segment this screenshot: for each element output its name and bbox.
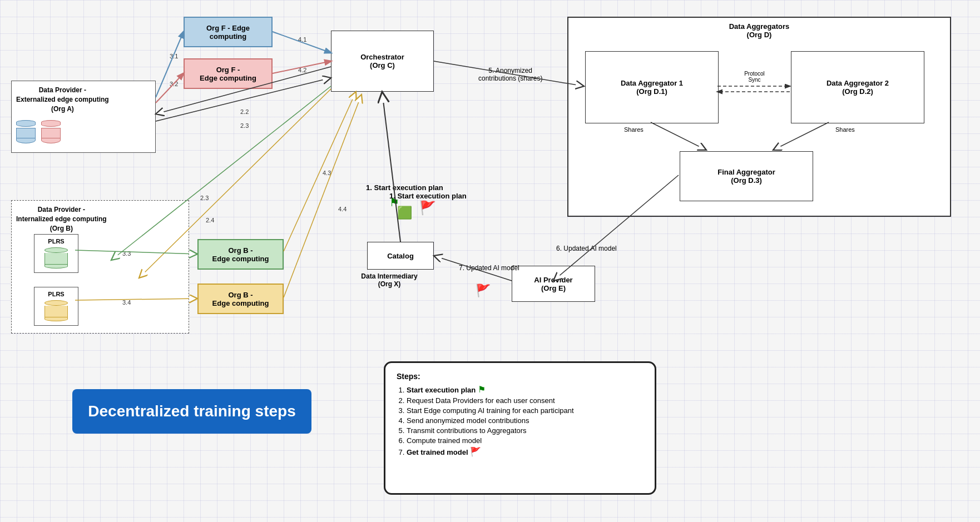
- org-f-pink-box: Org F -Edge computing: [184, 58, 273, 89]
- legend-step-3: Start Edge computing AI training for eac…: [407, 406, 644, 415]
- ai-provider-box: AI Provider(Org E): [512, 266, 595, 302]
- svg-line-8: [284, 92, 356, 251]
- legend-step-5: Transmit contributions to Aggregators: [407, 426, 644, 435]
- steps-legend-list: Start execution plan ⚑ Request Data Prov…: [407, 384, 644, 457]
- data-provider-b-label: Data Provider -Internalized edge computi…: [16, 205, 107, 233]
- db-icons: [16, 120, 61, 145]
- legend-step-6: Compute trained model: [407, 436, 644, 445]
- catalog-label: Catalog: [387, 252, 414, 260]
- anonymized-contrib-label: 5. Anonymizedcontributions (shares): [478, 67, 542, 82]
- data-intermediary-label: Data Intermediary(Org X): [339, 272, 439, 288]
- shares-right-label: Shares: [835, 126, 855, 133]
- label-4-1: 4.1: [298, 36, 306, 43]
- org-b-green-label: Org B -Edge computing: [212, 246, 269, 263]
- red-flag-intermediary: 🚩: [476, 284, 491, 298]
- svg-line-9: [284, 95, 362, 297]
- org-f-blue-box: Org F - Edge computing: [184, 17, 273, 47]
- label-4-4: 4.4: [338, 206, 347, 212]
- steps-legend-box: Steps: Start execution plan ⚑ Request Da…: [384, 361, 656, 495]
- org-b-orange-label: Org B -Edge computing: [212, 291, 269, 307]
- label-3-2: 3.2: [170, 81, 178, 87]
- svg-line-1: [156, 73, 184, 103]
- final-aggregator-label: Final Aggregator(Org D.3): [717, 168, 775, 185]
- steps-legend-title: Steps:: [397, 372, 644, 381]
- data-provider-b-box: Data Provider -Internalized edge computi…: [11, 200, 189, 334]
- db-stack-2: [41, 120, 61, 145]
- label-3-1: 3.1: [170, 53, 178, 59]
- legend-step-7: Get trained model 🚩: [407, 446, 644, 457]
- updated-ai-model-label: 6. Updated AI model: [556, 245, 617, 252]
- data-aggregators-title: Data Aggregators(Org D): [568, 18, 950, 43]
- label-4-2: 4.2: [298, 67, 306, 73]
- data-aggregators-outer: Data Aggregators(Org D) Data Aggregator …: [567, 17, 951, 217]
- plrs-green-label: PLRS: [48, 238, 64, 245]
- start-plan-area: 1. Start execution plan: [366, 183, 443, 192]
- green-flag-main: 🟩: [397, 206, 412, 220]
- plrs-green-icon: [37, 247, 76, 269]
- label-2-3-lower: 2.3: [200, 195, 209, 201]
- shares-left-label: Shares: [624, 126, 644, 133]
- org-f-pink-label: Org F -Edge computing: [200, 66, 256, 82]
- orchestrator-box: Orchestrator(Org C): [331, 31, 434, 92]
- label-2-3-upper: 2.3: [240, 122, 249, 129]
- plrs-green-box: PLRS: [34, 234, 78, 273]
- svg-line-0: [156, 32, 184, 97]
- org-b-orange-box: Org B -Edge computing: [197, 284, 284, 314]
- final-aggregator-box: Final Aggregator(Org D.3): [680, 151, 813, 201]
- legend-step-1: Start execution plan ⚑: [407, 384, 644, 395]
- da2-label: Data Aggregator 2(Org D.2): [826, 79, 889, 96]
- ai-provider-label: AI Provider(Org E): [534, 276, 572, 292]
- label-3-3: 3.3: [122, 250, 131, 257]
- training-steps-text: Decentralized training steps: [88, 402, 295, 420]
- legend-step-4: Send anonymized model contributions: [407, 416, 644, 425]
- da1-label: Data Aggregator 1(Org D.1): [621, 79, 683, 96]
- label-3-4: 3.4: [122, 299, 131, 306]
- da2-box: Data Aggregator 2(Org D.2): [791, 51, 924, 123]
- db-stack: [16, 120, 36, 145]
- training-steps-box: Decentralized training steps: [72, 389, 311, 434]
- green-flag-start: ⚑: [389, 196, 399, 209]
- plrs-orange-box: PLRS: [34, 287, 78, 326]
- da1-box: Data Aggregator 1(Org D.1): [585, 51, 719, 123]
- org-b-green-box: Org B -Edge computing: [197, 239, 284, 270]
- plrs-orange-icon: [37, 300, 76, 321]
- legend-step-2: Request Data Providers for each user con…: [407, 396, 644, 405]
- protocol-sync-label: ProtocolSync: [720, 71, 789, 83]
- label-2-2: 2.2: [240, 108, 249, 115]
- label-2-4: 2.4: [206, 217, 214, 223]
- diagram-container: Org F - Edge computing Org F -Edge compu…: [0, 0, 980, 522]
- catalog-box: Catalog: [367, 242, 434, 270]
- org-f-blue-label: Org F - Edge computing: [188, 24, 268, 41]
- updated-ai-model-7-label: 7. Updated AI model: [459, 264, 519, 272]
- data-provider-a-label: Data Provider -Externalized edge computi…: [16, 86, 109, 113]
- label-4-3: 4.3: [323, 170, 331, 176]
- orchestrator-label: Orchestrator(Org C): [360, 53, 404, 69]
- data-provider-a-box: Data Provider -Externalized edge computi…: [11, 81, 156, 153]
- plrs-orange-label: PLRS: [48, 291, 64, 297]
